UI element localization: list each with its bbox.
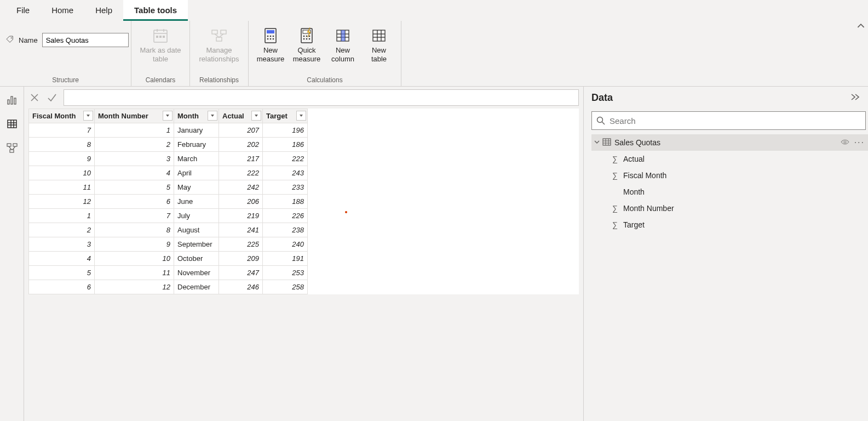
cell[interactable]: 11	[95, 266, 174, 280]
cell[interactable]: 222	[263, 152, 308, 166]
cell[interactable]: 7	[29, 123, 95, 138]
cell[interactable]: December	[174, 280, 219, 294]
field-row[interactable]: Month	[591, 184, 868, 200]
field-row[interactable]: ∑Target	[591, 217, 868, 233]
collapse-pane-icon[interactable]	[850, 92, 860, 104]
column-header[interactable]: Month	[174, 109, 219, 123]
cancel-formula-icon[interactable]	[28, 92, 41, 104]
cell[interactable]: April	[174, 166, 219, 180]
cell[interactable]: 243	[263, 166, 308, 180]
filter-dropdown-icon[interactable]	[163, 111, 173, 121]
cell[interactable]: 1	[95, 123, 174, 138]
column-header[interactable]: Month Number	[95, 109, 174, 123]
table-row[interactable]: 71January207196	[29, 123, 308, 138]
filter-dropdown-icon[interactable]	[296, 111, 306, 121]
table-row[interactable]: 93March217222	[29, 152, 308, 166]
cell[interactable]: 10	[95, 252, 174, 266]
cell[interactable]: October	[174, 252, 219, 266]
cell[interactable]: 6	[95, 195, 174, 209]
cell[interactable]: 209	[219, 252, 263, 266]
table-name-input[interactable]	[42, 33, 129, 47]
cell[interactable]: 222	[219, 166, 263, 180]
new-measure-button[interactable]: New measure	[254, 24, 287, 64]
cell[interactable]: 9	[95, 237, 174, 252]
table-row[interactable]: 39September225240	[29, 237, 308, 252]
cell[interactable]: 6	[29, 280, 95, 294]
cell[interactable]: 8	[95, 223, 174, 237]
cell[interactable]: 202	[219, 138, 263, 152]
column-header[interactable]: Actual	[219, 109, 263, 123]
cell[interactable]: 3	[95, 152, 174, 166]
cell[interactable]: 4	[29, 252, 95, 266]
table-row[interactable]: 17July219226	[29, 209, 308, 223]
field-row[interactable]: ∑Month Number	[591, 200, 868, 217]
table-row[interactable]: 115May242233	[29, 180, 308, 195]
fields-table-row[interactable]: Sales Quotas ···	[591, 134, 868, 151]
cell[interactable]: 207	[219, 123, 263, 138]
cell[interactable]: 12	[95, 280, 174, 294]
tab-table-tools[interactable]: Table tools	[123, 0, 188, 21]
cell[interactable]: 8	[29, 138, 95, 152]
cell[interactable]: 7	[95, 209, 174, 223]
cell[interactable]: January	[174, 123, 219, 138]
new-table-button[interactable]: New table	[363, 24, 395, 64]
cell[interactable]: 2	[95, 138, 174, 152]
commit-formula-icon[interactable]	[46, 92, 58, 104]
cell[interactable]: 240	[263, 237, 308, 252]
cell[interactable]: May	[174, 180, 219, 195]
cell[interactable]: November	[174, 266, 219, 280]
table-row[interactable]: 104April222243	[29, 166, 308, 180]
cell[interactable]: 12	[29, 195, 95, 209]
tab-help[interactable]: Help	[84, 0, 123, 21]
filter-dropdown-icon[interactable]	[208, 111, 217, 121]
new-column-button[interactable]: New column	[326, 24, 359, 64]
cell[interactable]: July	[174, 209, 219, 223]
table-row[interactable]: 410October209191	[29, 252, 308, 266]
cell[interactable]: 2	[29, 223, 95, 237]
formula-input[interactable]	[64, 89, 579, 106]
cell[interactable]: 217	[219, 152, 263, 166]
cell[interactable]: March	[174, 152, 219, 166]
cell[interactable]: 186	[263, 138, 308, 152]
filter-dropdown-icon[interactable]	[83, 111, 93, 121]
filter-dropdown-icon[interactable]	[251, 111, 261, 121]
cell[interactable]: 196	[263, 123, 308, 138]
cell[interactable]: 188	[263, 195, 308, 209]
more-options-icon[interactable]: ···	[854, 138, 865, 147]
mark-as-date-table-button[interactable]: Mark as date table	[137, 24, 184, 64]
cell[interactable]: 5	[95, 180, 174, 195]
cell[interactable]: 191	[263, 252, 308, 266]
report-view-icon[interactable]	[5, 93, 19, 106]
quick-measure-button[interactable]: Quick measure	[290, 24, 323, 64]
cell[interactable]: 9	[29, 152, 95, 166]
cell[interactable]: 258	[263, 280, 308, 294]
cell[interactable]: 3	[29, 237, 95, 252]
table-row[interactable]: 511November247253	[29, 266, 308, 280]
column-header[interactable]: Fiscal Month	[29, 109, 95, 123]
cell[interactable]: 241	[219, 223, 263, 237]
cell[interactable]: September	[174, 237, 219, 252]
column-header[interactable]: Target	[263, 109, 308, 123]
table-row[interactable]: 612December246258	[29, 280, 308, 294]
table-row[interactable]: 28August241238	[29, 223, 308, 237]
cell[interactable]: 253	[263, 266, 308, 280]
data-view-icon[interactable]	[5, 117, 19, 130]
cell[interactable]: 11	[29, 180, 95, 195]
table-row[interactable]: 82February202186	[29, 138, 308, 152]
search-box[interactable]	[591, 111, 866, 130]
cell[interactable]: 1	[29, 209, 95, 223]
cell[interactable]: June	[174, 195, 219, 209]
field-row[interactable]: ∑Actual	[591, 151, 868, 167]
table-row[interactable]: 126June206188	[29, 195, 308, 209]
tab-home[interactable]: Home	[41, 0, 84, 21]
field-row[interactable]: ∑Fiscal Month	[591, 167, 868, 184]
cell[interactable]: 10	[29, 166, 95, 180]
cell[interactable]: August	[174, 223, 219, 237]
manage-relationships-button[interactable]: Manage relationships	[196, 24, 243, 64]
search-input[interactable]	[610, 116, 861, 126]
cell[interactable]: 242	[219, 180, 263, 195]
cell[interactable]: 5	[29, 266, 95, 280]
cell[interactable]: 4	[95, 166, 174, 180]
cell[interactable]: 206	[219, 195, 263, 209]
cell[interactable]: 246	[219, 280, 263, 294]
